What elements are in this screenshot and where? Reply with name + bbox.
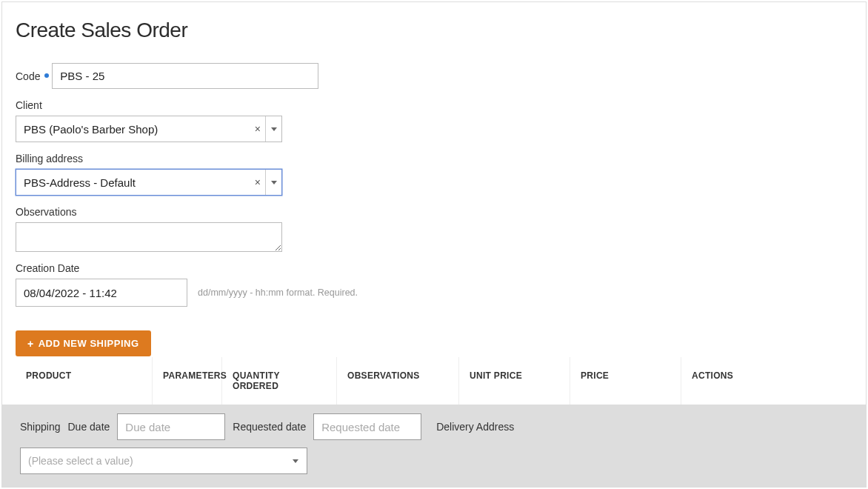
th-parameters: PARAMETERS: [153, 357, 222, 405]
th-observations: OBSERVATIONS: [337, 357, 459, 405]
client-dropdown-button[interactable]: [265, 116, 281, 142]
shipping-table: PRODUCT PARAMETERS QUANTITY ORDERED OBSE…: [16, 356, 852, 488]
creation-date-label: Creation Date: [16, 262, 79, 274]
th-product: PRODUCT: [16, 357, 153, 405]
observations-textarea[interactable]: [16, 222, 282, 252]
th-quantity: QUANTITY ORDERED: [222, 357, 337, 405]
chevron-down-icon: [271, 181, 277, 184]
billing-select-value: PBS-Address - Default: [24, 176, 250, 189]
client-select-controls: ×: [250, 116, 281, 142]
shipping-title: Shipping: [20, 421, 61, 433]
client-clear-icon[interactable]: ×: [250, 123, 265, 135]
requested-date-label: Requested date: [233, 421, 306, 433]
client-select[interactable]: PBS (Paolo's Barber Shop) ×: [16, 116, 282, 142]
delivery-address-label: Delivery Address: [436, 421, 514, 433]
due-date-input[interactable]: [117, 413, 225, 440]
delivery-address-select[interactable]: (Please select a value): [20, 448, 307, 474]
page-container: Create Sales Order Code Client PBS (Paol…: [1, 1, 867, 488]
billing-dropdown-button[interactable]: [265, 170, 281, 195]
creation-date-row: dd/mm/yyyy - hh:mm format. Required.: [16, 279, 852, 307]
add-new-shipping-button[interactable]: + ADD NEW SHIPPING: [16, 330, 151, 356]
field-observations: Observations: [16, 206, 852, 252]
field-creation-date: Creation Date dd/mm/yyyy - hh:mm format.…: [16, 262, 852, 307]
billing-select[interactable]: PBS-Address - Default ×: [16, 169, 282, 196]
th-price: PRICE: [570, 357, 681, 405]
field-client: Client PBS (Paolo's Barber Shop) ×: [16, 99, 852, 142]
add-new-shipping-label: ADD NEW SHIPPING: [39, 338, 139, 349]
creation-date-hint: dd/mm/yyyy - hh:mm format. Required.: [198, 287, 358, 298]
due-date-label: Due date: [68, 421, 110, 433]
client-select-value: PBS (Paolo's Barber Shop): [24, 123, 250, 136]
field-code: Code: [16, 63, 852, 89]
code-label-row: Code: [16, 70, 49, 82]
requested-date-input[interactable]: [313, 413, 421, 440]
code-input[interactable]: [52, 63, 318, 89]
th-unit-price: UNIT PRICE: [459, 357, 570, 405]
billing-clear-icon[interactable]: ×: [250, 176, 265, 188]
billing-select-controls: ×: [250, 170, 281, 195]
client-label: Client: [16, 99, 42, 111]
creation-date-input[interactable]: [16, 279, 187, 307]
page-title: Create Sales Order: [16, 19, 852, 42]
chevron-down-icon: [293, 459, 298, 463]
plus-icon: +: [27, 339, 34, 349]
content: Create Sales Order Code Client PBS (Paol…: [2, 2, 866, 488]
billing-label: Billing address: [16, 153, 83, 164]
th-actions: ACTIONS: [681, 357, 852, 405]
required-indicator-icon: [44, 73, 49, 78]
shipping-detail-panel: Shipping Due date Requested date Deliver…: [2, 405, 866, 488]
field-billing: Billing address PBS-Address - Default ×: [16, 153, 852, 196]
shipping-detail-row: Shipping Due date Requested date Deliver…: [20, 413, 848, 440]
observations-label: Observations: [16, 206, 76, 218]
code-label: Code: [16, 70, 40, 82]
delivery-address-placeholder: (Please select a value): [28, 455, 133, 467]
chevron-down-icon: [271, 127, 277, 131]
delivery-address-dropdown-button[interactable]: [287, 448, 304, 473]
table-header-row: PRODUCT PARAMETERS QUANTITY ORDERED OBSE…: [16, 356, 852, 405]
